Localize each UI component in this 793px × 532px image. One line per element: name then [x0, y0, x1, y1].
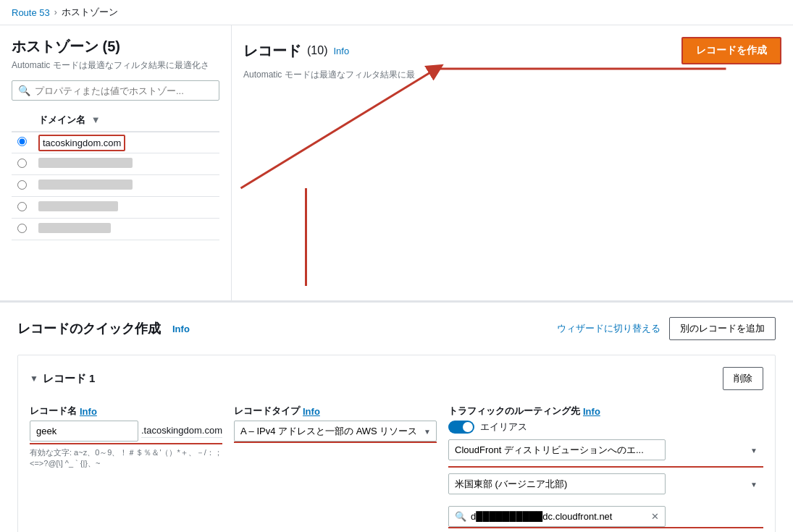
cloudfront-underline	[448, 466, 763, 468]
cloudfront-input-row: 🔍 ✕	[448, 506, 666, 527]
record-type-field: レコードタイプ Info A – IPv4 アドレスと一部の AWS リソースに…	[234, 405, 437, 443]
right-panel: レコード (10) Info レコードを作成 Automatic モードは最適な…	[232, 25, 793, 300]
blurred-domain-5	[38, 223, 111, 233]
domain-col-header: ドメイン名 ▼	[33, 109, 219, 132]
search-input[interactable]	[35, 85, 213, 96]
alias-toggle[interactable]	[448, 421, 474, 434]
quick-create-header: レコードのクイック作成 Info ウィザードに切り替える 別のレコードを追加	[17, 317, 776, 340]
quick-create-actions: ウィザードに切り替える 別のレコードを追加	[557, 317, 776, 340]
record-name-label: レコード名 Info	[30, 405, 222, 418]
breadcrumb-sep: ›	[54, 7, 57, 17]
breadcrumb-hostzones: ホストゾーン	[62, 6, 118, 19]
record-name-field: レコード名 Info .tacoskingdom.com 有効な文字: a~z、…	[30, 405, 222, 469]
cloudfront-distribution-select[interactable]: CloudFront ディストリビューションへのエ...	[448, 439, 666, 460]
record-type-label: レコードタイプ Info	[234, 405, 437, 418]
region-select-wrapper: 米国東部 (バージニア北部)	[448, 473, 763, 494]
search-icon: 🔍	[18, 85, 30, 96]
cloudfront-domain-input[interactable]	[471, 507, 645, 526]
hostzones-subtitle: Automatic モードは最適なフィルタ結果に最適化さ	[12, 59, 219, 72]
wizard-link[interactable]: ウィザードに切り替える	[557, 322, 660, 335]
record-count: (10)	[307, 44, 327, 57]
record-name-input[interactable]	[30, 421, 138, 442]
row-radio-5[interactable]	[17, 224, 27, 233]
search-box: 🔍	[12, 80, 219, 101]
blurred-domain-3	[38, 180, 133, 190]
left-panel: ホストゾーン (5) Automatic モードは最適なフィルタ結果に最適化さ …	[0, 25, 232, 300]
bottom-section: レコードのクイック作成 Info ウィザードに切り替える 別のレコードを追加 ▼…	[0, 300, 793, 532]
records-header: レコード (10) Info レコードを作成	[243, 37, 781, 64]
annotation-arrows	[232, 25, 793, 300]
delete-button[interactable]: 削除	[723, 367, 763, 390]
record-type-info[interactable]: Info	[303, 406, 320, 417]
alias-row: エイリアス	[448, 421, 763, 434]
quick-create-info-link[interactable]: Info	[172, 324, 190, 334]
table-row[interactable]: tacoskingdom.com	[12, 132, 219, 153]
blurred-domain-2	[38, 158, 133, 168]
clear-input-icon[interactable]: ✕	[645, 507, 665, 526]
record-type-underline	[234, 442, 437, 443]
records-subtitle: Automatic モードは最適なフィルタ結果に最	[243, 69, 781, 81]
name-input-row: .tacoskingdom.com	[30, 421, 222, 444]
breadcrumb: Route 53 › ホストゾーン	[0, 0, 793, 25]
quick-create-title: レコードのクイック作成 Info	[17, 320, 190, 337]
table-row[interactable]	[12, 153, 219, 175]
top-area: ホストゾーン (5) Automatic モードは最適なフィルタ結果に最適化さ …	[0, 25, 793, 300]
table-row[interactable]	[12, 175, 219, 197]
cloudfront-select-wrapper: CloudFront ディストリビューションへのエ...	[448, 439, 763, 460]
traffic-label: トラフィックのルーティング先 Info	[448, 405, 763, 418]
domain-selected: tacoskingdom.com	[38, 135, 125, 151]
record-section-header: ▼ レコード 1 削除	[30, 367, 763, 390]
record-name-info[interactable]: Info	[80, 406, 97, 417]
row-radio-1[interactable]	[17, 137, 27, 146]
records-title: レコード	[243, 41, 301, 61]
host-table: ドメイン名 ▼ tacoskingdom.com	[12, 109, 219, 240]
sort-icon: ▼	[91, 114, 101, 125]
record-section-1: ▼ レコード 1 削除 レコード名 Info .tacoskingdom.com…	[17, 355, 776, 532]
form-row-1: レコード名 Info .tacoskingdom.com 有効な文字: a~z、…	[30, 405, 763, 528]
cloudfront-input-underline	[448, 527, 763, 528]
traffic-field: トラフィックのルーティング先 Info エイリアス CloudFront ディス…	[448, 405, 763, 528]
svg-line-0	[241, 69, 437, 188]
add-record-button[interactable]: 別のレコードを追加	[669, 317, 776, 340]
radio-col-header	[12, 109, 33, 132]
records-info-link[interactable]: Info	[333, 46, 349, 56]
row-radio-2[interactable]	[17, 159, 27, 168]
region-select[interactable]: 米国東部 (バージニア北部)	[448, 473, 666, 494]
traffic-info[interactable]: Info	[583, 406, 600, 417]
cloudfront-search-icon: 🔍	[449, 507, 471, 526]
alias-label: エイリアス	[480, 421, 527, 434]
blurred-domain-4	[38, 201, 118, 211]
hostzones-title: ホストゾーン (5)	[12, 37, 219, 56]
record-type-select[interactable]: A – IPv4 アドレスと一部の AWS リソースに...	[234, 421, 437, 442]
row-radio-4[interactable]	[17, 202, 27, 211]
valid-chars-text: 有効な文字: a~z、0～9、！＃＄％＆'（）*＋、－/：；<=>?@[\] ^…	[30, 447, 222, 469]
row-radio-3[interactable]	[17, 180, 27, 190]
record-section-title: ▼ レコード 1	[30, 372, 95, 386]
create-record-button[interactable]: レコードを作成	[681, 37, 781, 64]
record-type-select-wrapper: A – IPv4 アドレスと一部の AWS リソースに...	[234, 421, 437, 442]
triangle-icon: ▼	[30, 373, 38, 384]
table-row[interactable]	[12, 197, 219, 219]
table-row[interactable]	[12, 219, 219, 240]
breadcrumb-route53[interactable]: Route 53	[12, 7, 50, 18]
domain-suffix: .tacoskingdom.com	[141, 425, 222, 438]
